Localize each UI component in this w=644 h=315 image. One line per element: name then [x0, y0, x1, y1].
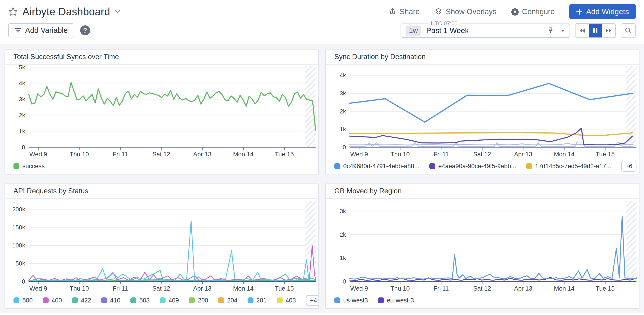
legend-color-chip [14, 163, 20, 169]
svg-text:Fri 11: Fri 11 [112, 285, 128, 292]
configure-button[interactable]: Configure [511, 7, 555, 16]
forward-icon [605, 27, 612, 34]
zoom-out-button[interactable] [621, 23, 636, 38]
legend-color-chip [429, 163, 435, 169]
legend-color-chip [14, 298, 20, 303]
caret-down-icon[interactable] [560, 29, 565, 32]
help-icon[interactable]: ? [80, 25, 90, 35]
svg-text:Mon 14: Mon 14 [233, 285, 254, 292]
widget-gb-moved-by-region: GB Moved by Region 01k2k3kWed 9Thu 10Fri… [326, 184, 640, 309]
legend-color-chip [72, 298, 78, 303]
configure-label: Configure [522, 7, 555, 16]
dashboard-title-menu[interactable]: Airbyte Dashboard [8, 5, 120, 18]
svg-text:50k: 50k [16, 260, 25, 267]
pin-icon[interactable] [547, 27, 554, 34]
legend-item[interactable]: 204 [218, 297, 237, 304]
widget-title: Sync Duration by Destination [326, 49, 639, 65]
playback-controls [575, 23, 616, 38]
svg-text:Fri 11: Fri 11 [434, 285, 449, 292]
line-chart[interactable]: 050k100k150k200kWed 9Thu 10Fri 11Sat 12A… [5, 199, 318, 293]
svg-text:Sat 12: Sat 12 [473, 285, 491, 292]
star-icon[interactable] [8, 7, 18, 16]
filter-icon [14, 27, 22, 33]
show-overlays-button[interactable]: Show Overlays [434, 7, 496, 16]
legend-label: 400 [52, 297, 62, 304]
pause-button[interactable] [589, 24, 602, 37]
page-title: Airbyte Dashboard [22, 5, 110, 18]
time-range-picker[interactable]: UTC-07:00 1w Past 1 Week [400, 23, 570, 38]
time-range-label: Past 1 Week [426, 26, 468, 35]
legend-label: e4aea90a-90ca-49f5-9abb... [438, 163, 516, 170]
legend-more-badge[interactable]: +4 [306, 295, 318, 306]
legend: success [5, 158, 318, 174]
legend-item[interactable]: 409 [160, 297, 179, 304]
widget-title: Total Successful Syncs over Time [5, 49, 318, 65]
add-variable-button[interactable]: Add Variable [8, 23, 74, 37]
svg-text:Tue 15: Tue 15 [596, 285, 615, 292]
rewind-button[interactable] [576, 24, 589, 37]
legend-item[interactable]: success [14, 163, 45, 170]
legend-color-chip [160, 298, 166, 303]
svg-text:Apr 13: Apr 13 [514, 151, 532, 158]
line-chart[interactable]: 01k2k3k4kWed 9Thu 10Fri 11Sat 12Apr 13Mo… [326, 65, 639, 158]
svg-text:2k: 2k [340, 231, 346, 238]
svg-text:150k: 150k [12, 224, 25, 231]
legend-item[interactable]: 200 [189, 297, 208, 304]
svg-text:Thu 10: Thu 10 [390, 151, 410, 158]
share-icon [389, 7, 396, 16]
legend-item[interactable]: 422 [72, 297, 91, 304]
svg-text:0: 0 [343, 144, 346, 151]
legend-item[interactable]: e4aea90a-90ca-49f5-9abb... [429, 163, 516, 170]
legend: 500400422410503409200204201403+4 [5, 293, 318, 309]
legend-label: eu-west-3 [387, 297, 414, 304]
legend-more-badge[interactable]: +6 [621, 161, 636, 172]
legend-item[interactable]: us-west3 [334, 297, 368, 304]
share-label: Share [400, 7, 420, 16]
add-widgets-button[interactable]: Add Widgets [569, 4, 636, 19]
chevron-down-icon [115, 10, 120, 13]
legend-label: 204 [227, 297, 237, 304]
svg-text:Wed 9: Wed 9 [30, 285, 47, 292]
svg-text:3k: 3k [340, 208, 346, 215]
legend-color-chip [43, 298, 49, 303]
forward-button[interactable] [602, 24, 615, 37]
legend-item[interactable]: 0c49680d-4791-4ebb-a88... [334, 163, 419, 170]
legend-item[interactable]: 500 [14, 297, 33, 304]
overlays-icon [434, 7, 442, 16]
svg-text:2k: 2k [19, 112, 25, 119]
svg-text:Mon 14: Mon 14 [233, 151, 254, 158]
add-variable-label: Add Variable [25, 26, 68, 35]
legend-item[interactable]: 403 [277, 297, 296, 304]
svg-text:Sat 12: Sat 12 [152, 151, 170, 158]
share-button[interactable]: Share [389, 7, 420, 16]
legend-color-chip [189, 298, 195, 303]
legend-label: success [22, 163, 45, 170]
legend-label: 0c49680d-4791-4ebb-a88... [343, 163, 419, 170]
widget-api-requests-by-status: API Requests by Status 050k100k150k200kW… [4, 184, 318, 309]
svg-text:Thu 10: Thu 10 [70, 285, 89, 292]
legend-item[interactable]: 400 [43, 297, 62, 304]
line-chart[interactable]: 01k2k3k4k5kWed 9Thu 10Fri 11Sat 12Apr 13… [5, 65, 318, 158]
svg-text:4k: 4k [19, 80, 25, 87]
legend: us-west3eu-west-3 [326, 293, 639, 309]
svg-text:1k: 1k [340, 255, 346, 261]
time-range-chip[interactable]: 1w [406, 25, 421, 36]
legend-color-chip [334, 298, 340, 303]
line-chart[interactable]: 01k2k3kWed 9Thu 10Fri 11Sat 12Apr 13Mon … [326, 199, 639, 293]
legend-label: 403 [286, 297, 296, 304]
svg-text:100k: 100k [12, 242, 25, 249]
legend-label: us-west3 [343, 297, 368, 304]
legend-item[interactable]: 17d1455c-7ed5-49d2-a17... [526, 163, 611, 170]
legend-item[interactable]: 410 [101, 297, 120, 304]
legend-item[interactable]: 201 [248, 297, 267, 304]
legend-color-chip [334, 163, 340, 169]
svg-text:0: 0 [22, 278, 25, 285]
svg-text:Thu 10: Thu 10 [390, 285, 410, 292]
widget-title: GB Moved by Region [326, 184, 639, 199]
plus-icon [576, 8, 582, 15]
dashboard-grid: Total Successful Syncs over Time 01k2k3k… [0, 44, 644, 313]
legend-item[interactable]: 503 [130, 297, 150, 304]
svg-text:Wed 9: Wed 9 [350, 285, 368, 292]
legend-label: 503 [139, 297, 150, 304]
legend-item[interactable]: eu-west-3 [378, 297, 414, 304]
